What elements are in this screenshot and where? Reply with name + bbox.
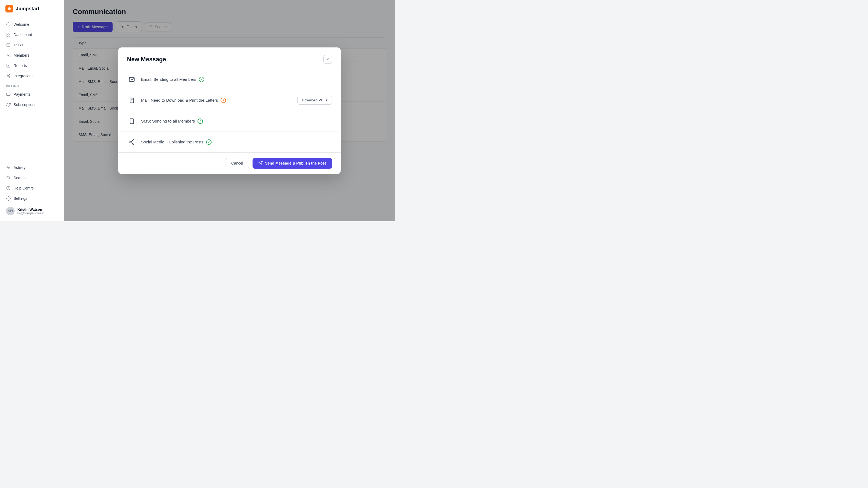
send-button[interactable]: Send Message & Publish the Post	[252, 158, 332, 169]
status-check-email: ✓	[199, 77, 204, 82]
svg-rect-12	[6, 93, 10, 95]
help-icon	[6, 186, 11, 191]
sidebar-item-payments[interactable]: Payments	[3, 90, 61, 99]
avatar: KW	[6, 206, 14, 215]
svg-rect-4	[7, 35, 8, 36]
sidebar-label-members: Members	[13, 53, 29, 58]
mail-icon	[127, 95, 137, 105]
svg-marker-0	[8, 7, 11, 10]
channel-label-mail: Mail: Need to Download & Print the Lette…	[141, 98, 218, 102]
channel-label-email: Email: Sending to all Members	[141, 77, 196, 82]
app-name: Jumpstart	[16, 6, 39, 12]
sidebar-nav: Welcome Dashboard Tasks Members Reports	[0, 18, 64, 159]
modal-body: Email: Sending to all Members ✓ Mail: Ne…	[118, 69, 341, 152]
cancel-button[interactable]: Cancel	[225, 158, 250, 168]
activity-icon	[6, 165, 11, 170]
logo-icon	[5, 5, 13, 12]
sidebar: Jumpstart Welcome Dashboard Tasks Mem	[0, 0, 64, 221]
sidebar-label-dashboard: Dashboard	[13, 33, 32, 37]
modal-close-button[interactable]: ×	[323, 55, 332, 64]
settings-icon	[6, 196, 11, 201]
email-icon	[127, 74, 137, 84]
members-icon	[6, 53, 11, 58]
svg-point-23	[130, 141, 131, 143]
svg-rect-2	[7, 33, 8, 34]
sidebar-item-help[interactable]: Help Centre	[3, 183, 61, 193]
reports-icon	[6, 63, 11, 68]
billing-section-label: BILLING	[3, 82, 61, 89]
channel-row-mail: Mail: Need to Download & Print the Lette…	[118, 90, 341, 111]
sidebar-item-tasks[interactable]: Tasks	[3, 40, 61, 50]
user-profile[interactable]: KW Kristin Watson kw@saaspatterns.io ···	[3, 204, 61, 218]
channel-info-mail: Mail: Need to Download & Print the Lette…	[141, 98, 293, 103]
modal-footer: Cancel Send Message & Publish the Post	[118, 152, 341, 174]
channel-info-email: Email: Sending to all Members ✓	[141, 77, 332, 82]
user-name: Kristin Watson	[18, 207, 52, 212]
sidebar-label-welcome: Welcome	[13, 22, 29, 27]
sidebar-label-settings: Settings	[13, 196, 27, 201]
sidebar-item-dashboard[interactable]: Dashboard	[3, 30, 61, 40]
grid-icon	[6, 32, 11, 37]
user-email: kw@saaspatterns.io	[18, 212, 52, 215]
tasks-icon	[6, 42, 11, 47]
channel-row-sms: SMS: Sending to all Members ✓	[118, 111, 341, 132]
sidebar-item-reports[interactable]: Reports	[3, 61, 61, 70]
svg-rect-20	[130, 98, 134, 102]
channel-label-social: Social Media: Publishing the Posts	[141, 140, 204, 144]
channel-info-social: Social Media: Publishing the Posts ✓	[141, 139, 332, 145]
sidebar-item-subscriptions[interactable]: Subscriptions	[3, 100, 61, 109]
svg-point-13	[7, 176, 10, 179]
svg-point-24	[133, 143, 134, 144]
app-logo[interactable]: Jumpstart	[0, 0, 64, 18]
close-icon: ×	[326, 57, 329, 62]
svg-point-9	[7, 76, 8, 76]
search-icon	[6, 175, 11, 180]
modal-title: New Message	[127, 56, 166, 63]
sidebar-label-payments: Payments	[13, 92, 30, 97]
more-options-icon[interactable]: ···	[54, 208, 58, 214]
circle-icon	[6, 22, 11, 27]
svg-rect-19	[129, 77, 134, 82]
sidebar-item-members[interactable]: Members	[3, 51, 61, 60]
sidebar-item-search[interactable]: Search	[3, 173, 61, 183]
sidebar-item-activity[interactable]: Activity	[3, 163, 61, 172]
svg-point-11	[9, 77, 10, 77]
integrations-icon	[6, 73, 11, 78]
svg-point-10	[9, 74, 10, 75]
status-check-social: ✓	[206, 139, 212, 145]
svg-rect-5	[9, 35, 10, 36]
svg-point-1	[6, 23, 10, 26]
svg-rect-3	[9, 33, 10, 34]
svg-point-7	[8, 54, 9, 55]
status-check-sms: ✓	[197, 119, 203, 124]
user-info: Kristin Watson kw@saaspatterns.io	[18, 207, 52, 215]
channel-row-email: Email: Sending to all Members ✓	[118, 69, 341, 90]
social-icon	[127, 137, 137, 147]
download-pdfs-button[interactable]: Download PDFs	[297, 96, 332, 105]
sidebar-item-settings[interactable]: Settings	[3, 194, 61, 203]
svg-point-16	[8, 198, 9, 199]
sidebar-label-reports: Reports	[13, 63, 27, 68]
svg-point-14	[6, 186, 10, 190]
new-message-modal: New Message × Email: Sending to all Memb…	[118, 47, 341, 174]
sidebar-item-welcome[interactable]: Welcome	[3, 20, 61, 29]
modal-header: New Message ×	[118, 47, 341, 69]
sidebar-label-integrations: Integrations	[13, 74, 33, 78]
sidebar-bottom: Activity Search Help Centre Settings KW …	[0, 159, 64, 221]
channel-row-social: Social Media: Publishing the Posts ✓	[118, 132, 341, 152]
sms-icon	[127, 116, 137, 126]
sidebar-label-activity: Activity	[13, 165, 26, 170]
send-button-label: Send Message & Publish the Post	[265, 161, 326, 165]
status-warning-mail: i	[220, 98, 226, 103]
sidebar-label-tasks: Tasks	[13, 43, 23, 47]
send-icon	[258, 161, 263, 166]
channel-label-sms: SMS: Sending to all Members	[141, 119, 195, 123]
sidebar-label-subscriptions: Subscriptions	[13, 102, 36, 107]
channel-info-sms: SMS: Sending to all Members ✓	[141, 119, 332, 124]
subscriptions-icon	[6, 102, 11, 107]
sidebar-label-help: Help Centre	[13, 186, 34, 190]
sidebar-item-integrations[interactable]: Integrations	[3, 71, 61, 81]
main-content: Communication + Draft Message Filters Se…	[64, 0, 395, 221]
modal-overlay: New Message × Email: Sending to all Memb…	[64, 0, 395, 221]
sidebar-label-search: Search	[13, 176, 26, 180]
